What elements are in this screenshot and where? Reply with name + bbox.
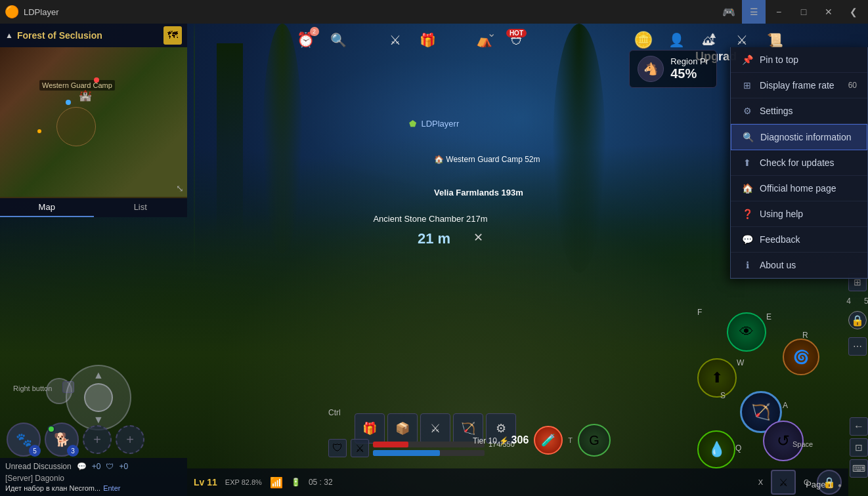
menu-item-about-us[interactable]: ℹ About us <box>731 253 867 278</box>
feedback-label: Feedback <box>760 234 857 245</box>
camp-icon[interactable]: ⛺ <box>470 26 499 54</box>
armor-icon: ⚔ <box>351 439 369 457</box>
page-num-5: 5 <box>864 297 868 306</box>
g-button[interactable]: G <box>578 424 611 457</box>
region-text: Region Pr <box>670 56 708 66</box>
enter-button[interactable]: Enter <box>103 484 120 492</box>
map-header: ▲ Forest of Seclusion 🗺 <box>0 24 187 47</box>
using-help-label: Using help <box>760 209 857 219</box>
avatar-pet[interactable]: 🐾 5 <box>7 423 41 457</box>
w-button[interactable]: ⬆ <box>697 358 737 398</box>
tab-map[interactable]: Map <box>0 198 94 217</box>
game-viewport[interactable]: ▲ Forest of Seclusion 🗺 Western Guard Ca… <box>0 24 868 496</box>
space-key-label: Space <box>792 440 813 448</box>
menu-item-official-homepage[interactable]: 🏠 Official home page <box>731 176 867 201</box>
unread-discussion: Unread Discussion 💬 +0 🛡 +0 <box>5 462 182 471</box>
map-collapse-arrow[interactable]: ▲ <box>5 31 13 40</box>
close-location-button[interactable]: ✕ <box>473 230 483 245</box>
health-icon: 🛡 <box>328 439 347 457</box>
tab-list[interactable]: List <box>94 198 188 217</box>
hot-badge: HOT <box>506 29 527 37</box>
health-bar-fill <box>373 442 408 447</box>
joystick-inner[interactable] <box>84 383 113 412</box>
shield-count-icon: 🛡 <box>106 462 114 471</box>
fullscreen-btn[interactable]: ⊡ <box>850 438 868 457</box>
back-button[interactable]: ❮ <box>842 0 865 24</box>
location-ancient: Ancient Stone Chamber 217m <box>373 214 487 224</box>
mana-bar-bg <box>373 450 485 456</box>
map-title: Forest of Seclusion <box>17 30 160 41</box>
lock-icon[interactable]: 🔒 <box>848 311 867 329</box>
action-wheel: F 👁 E 🌀 R ⬆ W S 🏹 A 💧 Q ↺ Space <box>691 299 835 483</box>
keyboard-btn[interactable]: ⌨ <box>850 459 868 478</box>
controller-icon[interactable]: 🎮 <box>722 6 735 18</box>
pin-to-top-label: Pin to top <box>760 54 857 65</box>
minimize-button[interactable]: − <box>767 0 791 24</box>
map-minimap-icon[interactable]: 🗺 <box>163 26 182 45</box>
back-arrow-btn[interactable]: ← <box>850 417 868 436</box>
help-icon: ❓ <box>741 208 753 220</box>
location-distance: 21 m <box>418 230 450 247</box>
page-numbers-row: 4 5 <box>846 297 868 306</box>
w-key-label: W <box>737 358 744 367</box>
menu-button[interactable]: ☰ <box>742 0 766 24</box>
faction-icon[interactable]: ⚔ <box>381 26 410 54</box>
map-expand-icon[interactable]: ⤡ <box>176 183 184 194</box>
avatar-row: 🐾 5 🐕 3 + + <box>0 423 187 457</box>
mana-bar-fill <box>373 450 440 456</box>
diagnostic-label: Diagnostic information <box>760 132 856 142</box>
wifi-icon: 📶 <box>270 476 283 489</box>
health-bar-bg <box>373 442 485 447</box>
search-icon[interactable]: 🔍 <box>324 26 353 54</box>
t-key-label: T <box>568 436 573 444</box>
tier-label: Tier 10 ⚡ 306 <box>473 434 529 446</box>
about-icon: ℹ <box>741 259 753 271</box>
dropdown-menu: 📌 Pin to top ⊞ Display frame rate 60 ⚙ S… <box>730 47 868 279</box>
nav-controls: ← ⊡ ⌨ <box>850 417 868 478</box>
page-controls: ⊞ 4 5 🔒 ⋯ <box>847 273 868 356</box>
titlebar: 🟠 LDPlayer 🎮 ☰ − □ ✕ ❮ <box>0 0 868 24</box>
more-btn[interactable]: ⋯ <box>848 337 867 356</box>
avatar-add-btn-2[interactable]: + <box>116 425 144 454</box>
count1: +0 <box>92 462 101 471</box>
menu-item-pin-to-top[interactable]: 📌 Pin to top <box>731 47 867 73</box>
count2: +0 <box>119 462 128 471</box>
quest-icon[interactable]: ⏰ 2 <box>292 26 320 54</box>
r-key-label: R <box>802 331 808 340</box>
menu-item-diagnostic[interactable]: 🔍 Diagnostic information <box>731 124 867 150</box>
server-name: [Server] Dagonio <box>5 474 182 483</box>
r-button[interactable]: 🌀 <box>783 339 819 375</box>
about-us-label: About us <box>760 260 857 270</box>
e-button[interactable]: 👁 <box>727 312 766 352</box>
close-button[interactable]: ✕ <box>817 0 840 24</box>
menu-item-feedback[interactable]: 💬 Feedback <box>731 227 867 253</box>
avatar-add-btn-1[interactable]: + <box>83 425 112 454</box>
map-canvas[interactable]: Western Guard Camp 🏰 ⤡ <box>0 47 187 198</box>
updates-icon: ⬆ <box>741 157 753 169</box>
potion-button[interactable]: 🧪 <box>534 426 563 455</box>
q-key-label: Q <box>735 444 741 453</box>
ctrl-label: Ctrl <box>328 408 341 417</box>
avatar-dog[interactable]: 🐕 3 <box>45 423 79 457</box>
page-indicator: Page 1 ● <box>806 480 842 489</box>
map-enemy-dot <box>94 77 99 83</box>
map-castle-icon: 🏰 <box>79 89 92 102</box>
settings-icon: ⚙ <box>741 105 753 117</box>
menu-item-settings[interactable]: ⚙ Settings <box>731 98 867 124</box>
gift-icon[interactable]: 🎁 <box>414 26 443 54</box>
maximize-button[interactable]: □ <box>792 0 815 24</box>
region-icon: 🐴 <box>638 56 664 82</box>
menu-item-check-updates[interactable]: ⬆ Check for updates <box>731 150 867 176</box>
app-title: LDPlayer <box>24 7 722 17</box>
player-name: ⬟ LDPlayerr <box>409 119 459 129</box>
tier-panel: Tier 10 ⚡ 306 🧪 T G <box>473 424 611 457</box>
region-info: Region Pr 45% <box>670 56 708 81</box>
joystick-area[interactable]: Right button ▲ ▼ <box>66 365 131 430</box>
joystick-outer[interactable]: ▲ ▼ <box>66 365 131 430</box>
menu-item-using-help[interactable]: ❓ Using help <box>731 201 867 227</box>
menu-item-display-frame-rate[interactable]: ⊞ Display frame rate 60 <box>731 73 867 98</box>
s-key-label: S <box>720 391 726 400</box>
q-button[interactable]: 💧 <box>697 430 735 468</box>
app-logo: 🟠 <box>0 0 24 24</box>
tree-trunk <box>217 43 243 240</box>
